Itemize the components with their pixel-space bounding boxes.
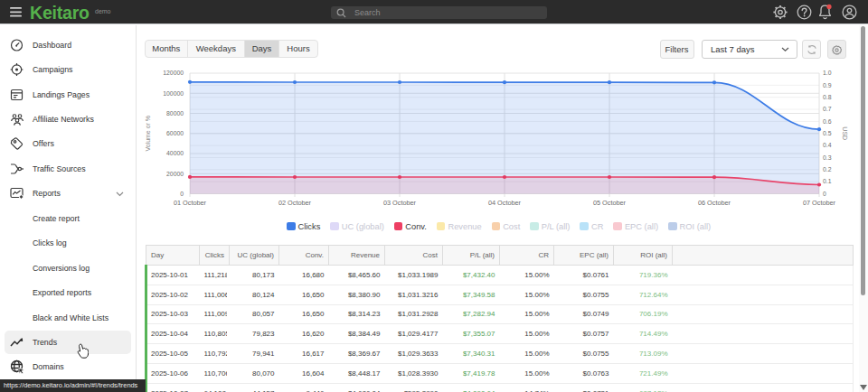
svg-text:0.8: 0.8 xyxy=(823,94,832,100)
svg-text:120000: 120000 xyxy=(163,70,184,76)
svg-text:20000: 20000 xyxy=(166,171,184,177)
svg-text:40000: 40000 xyxy=(166,150,184,156)
svg-text:01 October: 01 October xyxy=(174,199,207,207)
svg-text:02 October: 02 October xyxy=(278,199,312,207)
svg-text:04 October: 04 October xyxy=(488,199,522,207)
svg-text:1.0: 1.0 xyxy=(823,70,832,76)
svg-text:0.2: 0.2 xyxy=(823,166,832,173)
svg-text:0.3: 0.3 xyxy=(823,154,832,161)
svg-text:0.1: 0.1 xyxy=(823,178,832,184)
svg-text:0: 0 xyxy=(180,191,184,197)
svg-text:03 October: 03 October xyxy=(383,199,417,207)
svg-text:0.6: 0.6 xyxy=(823,118,832,125)
svg-text:05 October: 05 October xyxy=(593,199,627,207)
svg-text:USD: USD xyxy=(842,126,848,140)
svg-text:0.7: 0.7 xyxy=(823,106,832,112)
svg-text:80000: 80000 xyxy=(166,110,184,117)
svg-text:Volume or %: Volume or % xyxy=(145,116,151,152)
svg-text:100000: 100000 xyxy=(163,90,184,97)
svg-text:06 October: 06 October xyxy=(698,199,731,207)
svg-text:60000: 60000 xyxy=(166,130,184,136)
svg-text:0.4: 0.4 xyxy=(823,142,832,148)
svg-text:0.9: 0.9 xyxy=(823,82,832,89)
svg-text:0: 0 xyxy=(823,191,826,197)
svg-text:0.5: 0.5 xyxy=(823,130,832,136)
svg-text:07 October: 07 October xyxy=(803,199,836,207)
